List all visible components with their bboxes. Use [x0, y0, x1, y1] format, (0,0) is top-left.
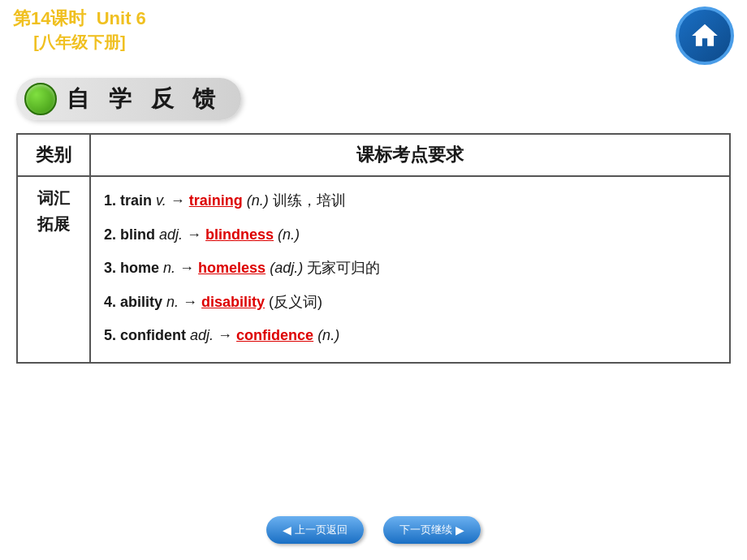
list-item: 5. confident adj. → confidence (n.) [104, 320, 716, 352]
banner-text: 自 学 反 馈 [67, 84, 222, 114]
content-cell: 1. train v. → training (n.) 训练，培训 2. bli… [90, 176, 730, 363]
lesson-label: 第14课时 [13, 8, 86, 28]
list-item: 2. blind adj. → blindness (n.) [104, 219, 716, 252]
list-item: 4. ability n. → disability (反义词) [104, 286, 716, 319]
next-arrow-icon: ▶ [456, 523, 464, 536]
table-col2-header: 课标考点要求 [90, 134, 730, 176]
self-study-banner: 自 学 反 馈 [16, 78, 241, 120]
next-label: 下一页继续 [399, 523, 452, 537]
table-col1-header: 类别 [17, 134, 90, 176]
bottom-nav: ◀ 上一页返回 下一页继续 ▶ [266, 516, 481, 544]
green-indicator [24, 83, 57, 115]
unit-label: Unit 6 [97, 8, 146, 28]
next-button[interactable]: 下一页继续 ▶ [383, 516, 481, 544]
list-item: 1. train v. → training (n.) 训练，培训 [104, 185, 716, 218]
list-item: 3. home n. → homeless (adj.) 无家可归的 [104, 252, 716, 285]
category-cell: 词汇拓展 [17, 176, 90, 363]
grade-label: [八年级下册] [13, 32, 146, 54]
answer-4: disability [201, 294, 265, 310]
answer-5: confidence [236, 327, 313, 343]
prev-arrow-icon: ◀ [283, 523, 291, 536]
answer-3: homeless [198, 260, 266, 276]
home-icon [689, 20, 720, 51]
category-label: 词汇拓展 [37, 189, 70, 233]
answer-1: training [189, 192, 243, 209]
answer-2: blindness [205, 226, 274, 243]
header: 第14课时 Unit 6 [八年级下册] [0, 0, 747, 68]
header-title-block: 第14课时 Unit 6 [八年级下册] [13, 6, 146, 54]
lesson-title: 第14课时 Unit 6 [13, 6, 146, 32]
home-button[interactable] [676, 6, 734, 65]
main-table: 类别 课标考点要求 词汇拓展 1. train v. → training (n… [16, 133, 731, 364]
table-row-vocab: 词汇拓展 1. train v. → training (n.) 训练，培训 2… [17, 176, 730, 363]
prev-button[interactable]: ◀ 上一页返回 [266, 516, 364, 544]
prev-label: 上一页返回 [295, 523, 348, 537]
